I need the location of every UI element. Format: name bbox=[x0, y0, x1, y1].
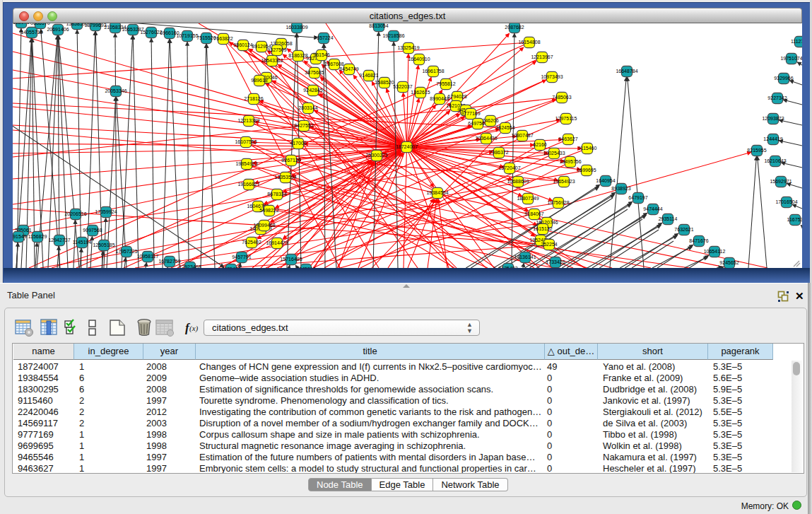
svg-text:6479197: 6479197 bbox=[628, 195, 647, 200]
svg-text:(x): (x) bbox=[189, 324, 199, 333]
svg-text:18724007: 18724007 bbox=[396, 144, 418, 149]
svg-text:20206516: 20206516 bbox=[64, 211, 86, 216]
svg-text:8267130: 8267130 bbox=[281, 158, 300, 163]
svg-text:8427552: 8427552 bbox=[294, 123, 313, 128]
svg-text:20691406: 20691406 bbox=[47, 27, 69, 32]
svg-text:10958117: 10958117 bbox=[137, 254, 159, 259]
svg-text:417006: 417006 bbox=[290, 141, 306, 146]
svg-text:12505185: 12505185 bbox=[93, 243, 114, 247]
svg-text:16220717: 16220717 bbox=[13, 23, 33, 25]
svg-text:1588520: 1588520 bbox=[375, 80, 394, 85]
svg-text:9227342: 9227342 bbox=[767, 95, 787, 100]
svg-text:9115460: 9115460 bbox=[578, 146, 597, 151]
svg-text:1145194: 1145194 bbox=[73, 240, 92, 245]
svg-text:12093873: 12093873 bbox=[762, 116, 784, 121]
svg-text:8678334: 8678334 bbox=[267, 192, 286, 197]
svg-text:5322037: 5322037 bbox=[393, 84, 412, 89]
svg-text:15716485: 15716485 bbox=[280, 257, 302, 262]
svg-text:10719155: 10719155 bbox=[176, 33, 198, 38]
svg-text:2803144: 2803144 bbox=[298, 105, 317, 110]
svg-text:19751074: 19751074 bbox=[780, 56, 802, 61]
svg-text:8471676: 8471676 bbox=[689, 238, 708, 243]
svg-text:2935114: 2935114 bbox=[659, 216, 678, 221]
svg-text:25300273: 25300273 bbox=[365, 153, 387, 158]
svg-text:961546: 961546 bbox=[313, 52, 329, 57]
svg-text:62160: 62160 bbox=[533, 142, 547, 147]
svg-text:8990448: 8990448 bbox=[430, 96, 449, 101]
svg-text:2087682: 2087682 bbox=[505, 25, 524, 30]
svg-text:9860124: 9860124 bbox=[233, 42, 252, 47]
svg-text:18807249: 18807249 bbox=[517, 196, 539, 201]
svg-text:16210643: 16210643 bbox=[764, 158, 786, 163]
svg-text:9457791: 9457791 bbox=[232, 255, 251, 259]
svg-text:10025433: 10025433 bbox=[543, 151, 565, 156]
svg-text:14055712: 14055712 bbox=[20, 30, 42, 35]
svg-text:8938923: 8938923 bbox=[611, 186, 630, 191]
svg-text:16782759: 16782759 bbox=[158, 259, 180, 264]
svg-text:7485063: 7485063 bbox=[552, 95, 571, 100]
svg-text:17957225: 17957225 bbox=[115, 249, 137, 254]
svg-text:2367608: 2367608 bbox=[324, 62, 343, 66]
svg-text:116753: 116753 bbox=[787, 217, 802, 222]
svg-text:6794028: 6794028 bbox=[447, 94, 466, 99]
svg-text:17016504: 17016504 bbox=[775, 199, 797, 204]
svg-text:8813054: 8813054 bbox=[369, 23, 388, 28]
svg-text:7632621: 7632621 bbox=[674, 227, 693, 232]
svg-text:10654112: 10654112 bbox=[704, 249, 726, 254]
svg-text:1640954: 1640954 bbox=[596, 178, 615, 183]
svg-text:15692971: 15692971 bbox=[770, 179, 792, 184]
svg-text:19756928: 19756928 bbox=[547, 200, 569, 205]
svg-text:19654923: 19654923 bbox=[553, 179, 575, 184]
svg-text:9146821: 9146821 bbox=[359, 73, 378, 78]
svg-text:9474444: 9474444 bbox=[643, 206, 662, 211]
svg-text:13353594: 13353594 bbox=[274, 175, 296, 180]
svg-text:19854923: 19854923 bbox=[235, 161, 257, 166]
svg-text:1615132: 1615132 bbox=[533, 226, 552, 231]
svg-text:746206: 746206 bbox=[482, 118, 498, 123]
svg-text:9777169: 9777169 bbox=[461, 111, 480, 116]
svg-text:1362615: 1362615 bbox=[411, 90, 430, 95]
svg-text:16107553: 16107553 bbox=[235, 139, 257, 144]
svg-text:8186328: 8186328 bbox=[288, 53, 307, 58]
svg-text:16640910: 16640910 bbox=[408, 57, 430, 62]
svg-text:3624554: 3624554 bbox=[495, 125, 514, 130]
svg-text:16961758: 16961758 bbox=[422, 69, 444, 74]
svg-text:7663822: 7663822 bbox=[213, 36, 233, 41]
svg-text:14099468: 14099468 bbox=[253, 223, 275, 228]
svg-text:16033809: 16033809 bbox=[286, 25, 307, 30]
svg-text:5498222: 5498222 bbox=[259, 208, 278, 213]
svg-text:19166827: 19166827 bbox=[237, 182, 259, 187]
svg-text:16648784: 16648784 bbox=[616, 69, 637, 74]
svg-text:252254: 252254 bbox=[541, 242, 557, 247]
svg-text:989618: 989618 bbox=[251, 78, 267, 83]
svg-text:2718126: 2718126 bbox=[244, 96, 263, 101]
svg-text:14136141: 14136141 bbox=[514, 255, 536, 259]
svg-text:20364436: 20364436 bbox=[475, 136, 497, 141]
svg-text:15720407: 15720407 bbox=[498, 165, 520, 170]
svg-text:10688609: 10688609 bbox=[507, 179, 529, 184]
svg-text:13325419: 13325419 bbox=[397, 45, 419, 50]
svg-text:10807487: 10807487 bbox=[511, 133, 533, 138]
svg-text:9699695: 9699695 bbox=[577, 168, 596, 173]
svg-text:1156829: 1156829 bbox=[28, 234, 47, 239]
svg-text:18495756: 18495756 bbox=[559, 159, 581, 164]
svg-text:1733426: 1733426 bbox=[546, 259, 565, 264]
svg-text:7357224: 7357224 bbox=[314, 35, 333, 40]
svg-text:8215955: 8215955 bbox=[747, 148, 766, 153]
svg-text:9245652: 9245652 bbox=[719, 260, 739, 265]
svg-text:19384554: 19384554 bbox=[426, 190, 448, 195]
svg-text:1244419: 1244419 bbox=[763, 136, 782, 141]
svg-text:16154808: 16154808 bbox=[518, 40, 540, 45]
svg-text:17359924: 17359924 bbox=[95, 209, 117, 214]
svg-text:18799693: 18799693 bbox=[84, 23, 106, 28]
svg-text:12975115: 12975115 bbox=[555, 116, 577, 121]
svg-text:9184067: 9184067 bbox=[524, 211, 543, 216]
svg-text:12213967: 12213967 bbox=[531, 54, 553, 59]
svg-text:391549: 391549 bbox=[13, 234, 27, 239]
svg-text:12213389: 12213389 bbox=[237, 118, 259, 123]
svg-text:1112795: 1112795 bbox=[791, 39, 802, 44]
svg-text:9097568: 9097568 bbox=[83, 228, 102, 233]
svg-text:7986372: 7986372 bbox=[489, 150, 508, 155]
svg-text:9242845: 9242845 bbox=[303, 88, 322, 93]
svg-text:9329966: 9329966 bbox=[774, 76, 793, 81]
